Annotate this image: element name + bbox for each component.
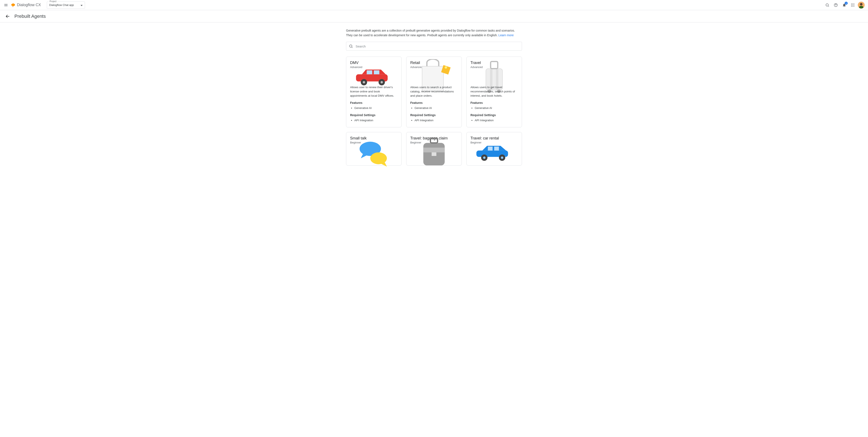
product-name: Dialogflow CX <box>17 3 41 7</box>
svg-point-9 <box>851 5 852 5</box>
account-avatar[interactable] <box>858 2 865 8</box>
svg-point-7 <box>852 3 853 4</box>
product-logo[interactable]: Dialogflow CX <box>11 3 41 7</box>
apps-button[interactable] <box>848 1 857 9</box>
features-list: Generative AI <box>470 106 518 111</box>
svg-point-12 <box>851 6 852 6</box>
sub-header: Prebuilt Agents <box>0 10 868 23</box>
agent-card-small-talk[interactable]: Small talkBeginner <box>346 132 402 165</box>
card-illustration-bag-icon <box>410 71 458 83</box>
required-settings-heading: Required Settings <box>350 114 398 117</box>
svg-point-2 <box>826 4 828 6</box>
page-title: Prebuilt Agents <box>14 13 46 19</box>
hamburger-icon <box>4 3 8 7</box>
agent-card-travel-car-rental[interactable]: Travel: car rentalBeginner <box>466 132 522 165</box>
help-icon <box>834 3 838 7</box>
content-scroll[interactable]: Generative prebuilt agents are a collect… <box>0 23 868 437</box>
features-heading: Features <box>410 101 458 104</box>
svg-rect-42 <box>432 152 436 156</box>
back-button[interactable] <box>3 12 12 21</box>
svg-point-49 <box>501 156 503 159</box>
svg-point-13 <box>852 6 853 6</box>
search-button[interactable] <box>823 1 832 9</box>
notification-badge: 1 <box>845 2 848 5</box>
top-bar: Dialogflow CX Project Dialogflow Chat ap… <box>0 0 868 10</box>
card-description: Allows user to renew their driver's lice… <box>350 85 398 98</box>
project-selector[interactable]: Project Dialogflow Chat app <box>47 1 85 9</box>
svg-point-11 <box>854 5 854 5</box>
svg-point-14 <box>854 6 854 6</box>
svg-point-10 <box>852 5 853 5</box>
svg-line-3 <box>828 6 829 6</box>
search-input[interactable] <box>355 44 519 48</box>
card-title: Travel: car rental <box>470 136 518 141</box>
card-illustration-luggage-icon <box>410 146 458 158</box>
svg-rect-44 <box>488 147 493 151</box>
card-illustration-suitcase-icon <box>470 71 518 83</box>
project-selector-label: Project <box>49 0 57 3</box>
intro-text: Generative prebuilt agents are a collect… <box>346 28 522 37</box>
features-list: Generative AI <box>350 106 398 111</box>
required-settings-list: API Integration <box>350 118 398 123</box>
features-heading: Features <box>350 101 398 104</box>
features-list: Generative AI <box>410 106 458 111</box>
svg-point-5 <box>836 6 836 6</box>
svg-rect-41 <box>430 138 438 143</box>
apps-grid-icon <box>850 3 855 7</box>
svg-marker-1 <box>12 6 13 7</box>
required-setting-item: API Integration <box>354 118 398 123</box>
svg-point-6 <box>851 3 852 4</box>
agent-card-travel[interactable]: TravelAdvancedAllows users to get travel… <box>466 57 522 127</box>
project-selector-value: Dialogflow Chat app <box>49 3 74 6</box>
svg-point-16 <box>860 3 863 5</box>
card-illustration-bluecar-icon <box>470 146 518 158</box>
svg-point-47 <box>483 156 486 159</box>
feature-item: Generative AI <box>354 106 398 111</box>
menu-button[interactable] <box>2 1 10 9</box>
required-settings-list: API Integration <box>410 118 458 123</box>
caret-down-icon <box>81 3 83 7</box>
agent-card-dmv[interactable]: DMVAdvancedAllows user to renew their dr… <box>346 57 402 127</box>
svg-rect-22 <box>367 70 372 74</box>
search-icon <box>349 44 353 48</box>
required-settings-heading: Required Settings <box>470 114 518 117</box>
cards-grid: DMVAdvancedAllows user to renew their dr… <box>346 57 522 165</box>
learn-more-link[interactable]: Learn more <box>498 33 514 37</box>
card-illustration-chat-icon <box>350 146 398 158</box>
svg-line-20 <box>352 47 352 48</box>
svg-point-19 <box>349 45 352 48</box>
card-illustration-car-icon <box>350 71 398 83</box>
card-description: Allows users to search a product catalog… <box>410 85 458 98</box>
required-settings-heading: Required Settings <box>410 114 458 117</box>
required-setting-item: API Integration <box>414 118 458 123</box>
svg-point-30 <box>444 66 447 69</box>
svg-marker-0 <box>11 3 15 6</box>
search-icon <box>825 3 830 7</box>
agent-card-retail[interactable]: RetailAdvancedAllows users to search a p… <box>406 57 462 127</box>
svg-rect-17 <box>859 6 863 8</box>
card-title: DMV <box>350 61 398 65</box>
svg-point-8 <box>854 3 854 4</box>
features-heading: Features <box>470 101 518 104</box>
required-settings-list: API Integration <box>470 118 518 123</box>
svg-point-27 <box>381 81 383 83</box>
arrow-left-icon <box>5 14 10 19</box>
intro-body: Generative prebuilt agents are a collect… <box>346 29 515 37</box>
search-field-wrap[interactable] <box>346 42 522 51</box>
svg-rect-40 <box>424 148 445 152</box>
svg-rect-45 <box>494 147 499 151</box>
required-setting-item: API Integration <box>475 118 518 123</box>
dialogflow-logo-icon <box>11 3 15 7</box>
svg-point-25 <box>363 81 365 83</box>
feature-item: Generative AI <box>475 106 518 111</box>
help-button[interactable] <box>832 1 840 9</box>
feature-item: Generative AI <box>414 106 458 111</box>
svg-rect-34 <box>491 62 498 69</box>
agent-card-travel-baggage-claim[interactable]: Travel: baggage claimBeginner <box>406 132 462 165</box>
notifications-button[interactable]: 1 <box>840 1 848 9</box>
svg-rect-23 <box>374 70 379 74</box>
